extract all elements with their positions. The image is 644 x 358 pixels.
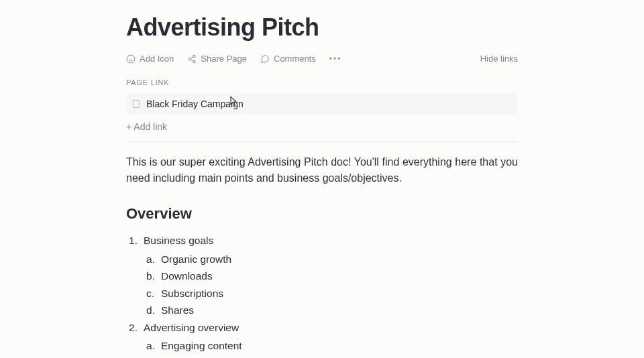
comments-label: Comments [274,54,316,64]
list-item: Engaging content Youtube [144,337,518,358]
list-item-text: Shares [161,304,194,316]
svg-point-3 [193,55,196,58]
more-options-button[interactable]: ••• [329,54,342,64]
share-icon [187,54,197,64]
share-page-button[interactable]: Share Page [187,54,247,64]
doc-icon [133,100,140,108]
comment-icon [260,54,270,64]
add-link-button[interactable]: + Add link [126,119,518,141]
sub-list: Organic growth Downloads Subscriptions S… [144,251,518,319]
page-link-label: PAGE LINK [126,78,518,86]
add-icon-button[interactable]: Add Icon [126,54,174,64]
document-page: Advertising Pitch Add Icon Share Page Co… [0,0,644,358]
svg-point-5 [193,60,196,63]
page-link-item[interactable]: Black Friday Campaign [126,93,518,115]
list-item-text: Subscriptions [161,288,223,299]
hide-links-button[interactable]: Hide links [480,54,518,64]
list-item-text: Downloads [161,270,213,282]
overview-heading: Overview [126,205,518,223]
list-item-text: Organic growth [161,253,231,265]
share-page-label: Share Page [201,54,247,64]
list-item: Organic growth [144,251,518,268]
smile-icon [126,54,136,64]
sub-list: Engaging content Youtube [144,337,518,358]
comments-button[interactable]: Comments [260,54,316,64]
page-title: Advertising Pitch [126,13,518,42]
list-item: Downloads [144,267,518,285]
overview-list: Business goals Organic growth Downloads … [126,232,518,358]
list-item: Advertising overview Engaging content Yo… [126,319,518,358]
list-item: Business goals Organic growth Downloads … [126,232,518,319]
list-item: Subscriptions [144,285,518,302]
list-item-text: Advertising overview [144,322,239,333]
svg-point-4 [189,58,191,60]
svg-line-6 [191,59,193,60]
list-item-text: Engaging content [161,340,242,351]
list-item-text: Business goals [144,235,213,246]
intro-paragraph: This is our super exciting Advertising P… [126,154,518,186]
page-toolbar: Add Icon Share Page Comments ••• Hide li… [126,54,518,64]
add-icon-label: Add Icon [140,54,174,64]
list-item: Shares [144,302,518,319]
divider [126,141,518,142]
svg-point-0 [127,55,135,63]
page-link-text: Black Friday Campaign [146,99,244,109]
svg-line-7 [191,56,193,58]
